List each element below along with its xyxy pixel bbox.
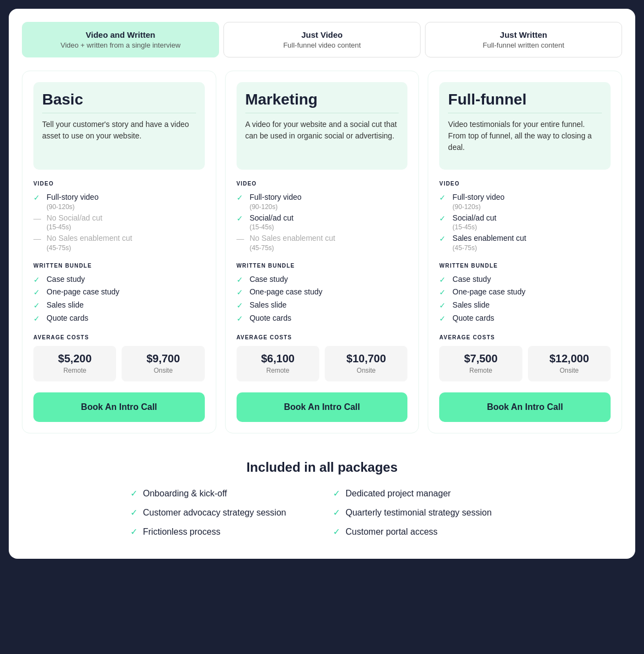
feature-sub: (15-45s) [250,223,294,231]
included-item-frictionless: ✓ Frictionless process [130,526,311,537]
feature-label: Quote cards [250,313,291,324]
basic-video-section: VIDEO ✓ Full-story video (90-120s) — No … [33,181,205,254]
tab-just-written[interactable]: Just Written Full-funnel written content [425,22,622,57]
card-basic-header: Basic Tell your customer's story and hav… [33,82,205,170]
marketing-costs: AVERAGE COSTS $6,100 Remote $10,700 Onsi… [237,334,408,381]
card-basic: Basic Tell your customer's story and hav… [22,71,216,433]
included-title: Included in all packages [22,460,622,475]
basic-costs-title: AVERAGE COSTS [33,334,205,340]
check-icon: ✓ [33,301,42,310]
marketing-onsite-cost: $10,700 Onsite [325,346,407,381]
check-icon: ✓ [237,314,245,323]
card-full-funnel-title: Full-funnel [448,91,602,108]
basic-remote-label: Remote [64,367,87,374]
feature-label: Full-story video [250,192,302,203]
tab-just-video[interactable]: Just Video Full-funnel video content [223,22,421,57]
full-funnel-costs-grid: $7,500 Remote $12,000 Onsite [439,346,611,381]
full-funnel-video-item-1: ✓ Full-story video (90-120s) [439,192,611,211]
marketing-costs-grid: $6,100 Remote $10,700 Onsite [237,346,408,381]
basic-written-title: WRITTEN BUNDLE [33,263,205,269]
marketing-video-section: VIDEO ✓ Full-story video (90-120s) ✓ Soc… [237,181,408,254]
check-icon: ✓ [33,314,42,323]
basic-written-item-4: ✓ Quote cards [33,313,205,324]
feature-label: Sales slide [250,300,287,311]
feature-sub: (45-75s) [47,244,132,252]
basic-written-item-2: ✓ One-page case study [33,287,205,298]
full-funnel-written-section: WRITTEN BUNDLE ✓ Case study ✓ One-page c… [439,263,611,326]
card-full-funnel-description: Video testimonials for your entire funne… [448,119,602,153]
full-funnel-video-title: VIDEO [439,181,611,187]
feature-sub: (15-45s) [47,223,102,231]
feature-sub: (90-120s) [47,203,99,211]
basic-written-item-3: ✓ Sales slide [33,300,205,311]
check-icon: ✓ [439,314,448,323]
basic-video-title: VIDEO [33,181,205,187]
marketing-onsite-amount: $10,700 [331,352,401,365]
full-funnel-video-item-2: ✓ Social/ad cut (15-45s) [439,213,611,231]
feature-label: Sales slide [47,300,84,311]
basic-video-item-1: ✓ Full-story video (90-120s) [33,192,205,211]
tab-video-written-subtitle: Video + written from a single interview [31,41,210,49]
tab-video-written-title: Video and Written [31,30,210,39]
full-funnel-written-item-1: ✓ Case study [439,274,611,285]
included-item-project-manager: ✓ Dedicated project manager [333,488,514,499]
full-funnel-written-item-4: ✓ Quote cards [439,313,611,324]
feature-label: No Sales enablement cut [250,233,335,244]
basic-written-item-1: ✓ Case study [33,274,205,285]
marketing-written-item-1: ✓ Case study [237,274,408,285]
marketing-video-item-1: ✓ Full-story video (90-120s) [237,192,408,211]
check-icon: ✓ [439,234,448,243]
marketing-cta-button[interactable]: Book An Intro Call [237,392,408,422]
check-icon: ✓ [333,526,340,537]
feature-label: No Social/ad cut [47,213,102,224]
feature-label: One-page case study [452,287,525,298]
full-funnel-onsite-label: Onsite [560,367,579,374]
check-icon: ✓ [439,193,448,202]
marketing-costs-title: AVERAGE COSTS [237,334,408,340]
included-label: Onboarding & kick-off [143,489,227,499]
check-icon: ✓ [130,507,137,518]
included-item-quarterly: ✓ Quarterly testimonial strategy session [333,507,514,518]
dash-icon: — [33,234,42,243]
basic-video-item-2: — No Social/ad cut (15-45s) [33,213,205,231]
check-icon: ✓ [439,275,448,284]
full-funnel-cta-button[interactable]: Book An Intro Call [439,392,611,422]
feature-label: Full-story video [452,192,504,203]
marketing-written-item-2: ✓ One-page case study [237,287,408,298]
card-marketing: Marketing A video for your website and a… [225,71,419,433]
full-funnel-video-section: VIDEO ✓ Full-story video (90-120s) ✓ Soc… [439,181,611,254]
marketing-remote-cost: $6,100 Remote [237,346,319,381]
marketing-video-item-2: ✓ Social/ad cut (15-45s) [237,213,408,231]
full-funnel-remote-label: Remote [469,367,492,374]
feature-label: One-page case study [250,287,323,298]
tab-just-video-title: Just Video [233,30,411,39]
included-label: Quarterly testimonial strategy session [346,508,492,518]
included-label: Frictionless process [143,527,220,537]
tab-video-written[interactable]: Video and Written Video + written from a… [22,22,219,57]
feature-label: Social/ad cut [452,213,496,224]
pricing-container: Video and Written Video + written from a… [9,9,635,559]
dash-icon: — [33,214,42,223]
full-funnel-costs-title: AVERAGE COSTS [439,334,611,340]
included-label: Dedicated project manager [346,489,451,499]
marketing-video-title: VIDEO [237,181,408,187]
feature-label: Social/ad cut [250,213,294,224]
dash-icon: — [237,234,245,243]
basic-onsite-label: Onsite [154,367,173,374]
marketing-written-section: WRITTEN BUNDLE ✓ Case study ✓ One-page c… [237,263,408,326]
card-basic-title: Basic [42,91,196,108]
full-funnel-costs: AVERAGE COSTS $7,500 Remote $12,000 Onsi… [439,334,611,381]
card-marketing-header: Marketing A video for your website and a… [237,82,408,170]
basic-video-item-3: — No Sales enablement cut (45-75s) [33,233,205,252]
check-icon: ✓ [33,275,42,284]
full-funnel-written-item-3: ✓ Sales slide [439,300,611,311]
card-marketing-title: Marketing [245,91,399,108]
card-full-funnel-header: Full-funnel Video testimonials for your … [439,82,611,170]
card-marketing-description: A video for your website and a social cu… [245,119,399,142]
check-icon: ✓ [333,507,340,518]
basic-costs-grid: $5,200 Remote $9,700 Onsite [33,346,205,381]
feature-label: Sales slide [452,300,490,311]
card-basic-description: Tell your customer's story and have a vi… [42,119,196,142]
basic-cta-button[interactable]: Book An Intro Call [33,392,205,422]
marketing-remote-label: Remote [266,367,289,374]
